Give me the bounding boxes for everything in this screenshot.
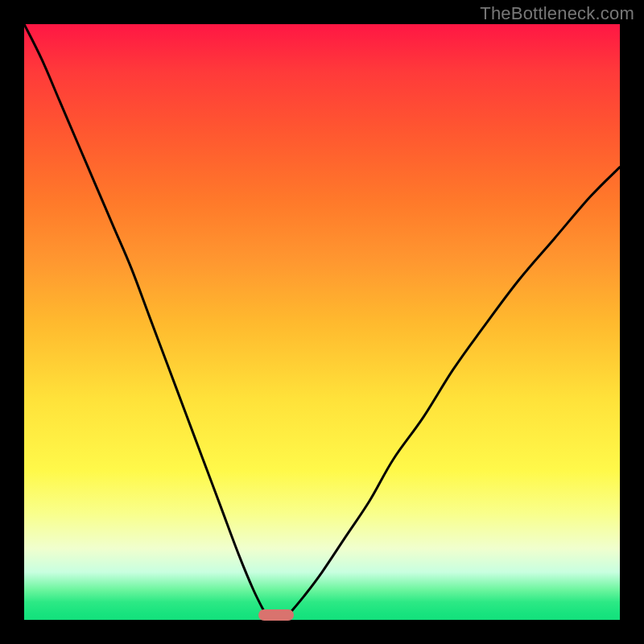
bottleneck-marker [258,609,294,621]
curve-layer [24,24,620,620]
chart-frame: TheBottleneck.com [0,0,644,644]
curve-left-branch [24,24,266,614]
watermark-text: TheBottleneck.com [480,3,634,24]
curve-right-branch [289,167,620,614]
plot-area [24,24,620,620]
